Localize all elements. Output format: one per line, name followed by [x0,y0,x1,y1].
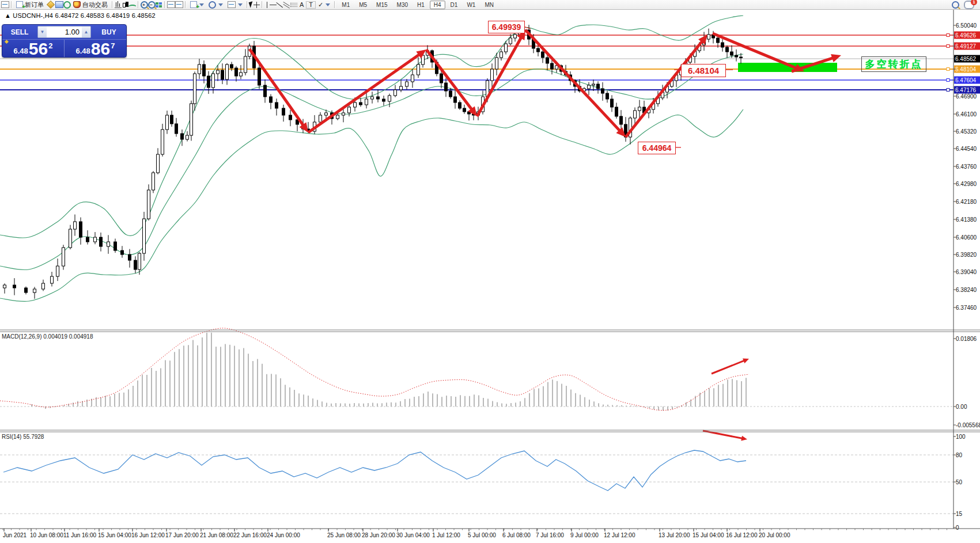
candle-body [319,115,322,122]
sell-price[interactable]: 6.48 56 2 [2,40,65,58]
swing-low-label[interactable]: 6.44964 [638,142,676,154]
turning-point-label[interactable]: 多空转折点 [861,56,926,72]
chat-icon[interactable]: 1 [964,1,974,9]
candle-body [606,93,609,99]
candle-body [181,134,184,139]
candle-body [207,76,210,88]
toolbar-separator [164,1,165,8]
volume-input[interactable] [47,26,82,37]
candle-body [157,154,160,173]
timeframe-m5[interactable]: M5 [355,1,371,9]
candle-body [270,97,273,102]
timeframe-w1[interactable]: W1 [463,1,479,9]
toolbar-right: 1 [952,1,980,9]
auto-trading-button[interactable]: 自动交易 [71,1,110,9]
trendline-icon[interactable] [277,2,283,8]
candle-body [463,108,466,112]
candle-body [203,64,206,76]
tile-windows-icon[interactable] [156,2,162,8]
chart-shift-icon[interactable] [175,1,183,8]
trend-arrow[interactable] [308,53,421,132]
chart-window-icon[interactable] [1,1,9,8]
auto-scroll-icon[interactable] [167,1,175,8]
candle-body [620,116,623,124]
candle-body [80,222,82,237]
templates-button[interactable] [225,1,245,9]
chevron-down-icon [218,3,223,6]
candle-body [212,74,215,88]
toolbar-separator [262,1,263,8]
candlestick-chart-icon[interactable] [122,2,128,8]
trend-arrow[interactable] [477,35,523,116]
line-chart-icon[interactable] [128,2,136,8]
candle-body [166,115,169,130]
one-click-trading-panel: SELL ▼ ▲ BUY 6.48 56 2 6.48 86 7 [2,24,127,58]
sell-button[interactable]: SELL [2,25,37,39]
line-handle[interactable] [947,34,949,37]
sell-price-main: 56 [29,41,48,57]
swing-high-label[interactable]: 6.49939 [488,21,525,33]
trend-arrow[interactable] [712,360,746,374]
candle-body [221,70,224,79]
zoom-in-icon[interactable]: + [141,1,148,9]
trend-arrow[interactable] [626,39,703,137]
bar-chart-icon[interactable] [115,1,122,8]
symbol-info: ▲ USDCNH-,H4 6.48472 6.48583 6.48419 6.4… [5,12,156,19]
profiles-icon[interactable] [55,1,63,8]
candle-body [546,58,549,63]
timeframe-m1[interactable]: M1 [338,1,354,9]
candle-body [143,219,146,253]
timeframe-m30[interactable]: M30 [393,1,412,9]
trend-arrowhead [741,436,747,441]
candle-body [638,107,641,111]
line-handle[interactable] [947,79,949,82]
candle-body [354,102,357,107]
candle-body [336,115,339,119]
styles-icon[interactable] [47,1,55,9]
timeframe-mn[interactable]: MN [480,1,498,9]
line-handle[interactable] [947,45,949,48]
candle-body [721,43,724,47]
candle-body [542,52,544,58]
candle-body [100,237,103,246]
candle-body [33,289,36,293]
buy-price[interactable]: 6.48 86 7 [65,40,126,58]
arrows-tool-button[interactable]: ✓ [316,1,332,9]
indicators-button[interactable]: + [188,1,206,9]
buy-button[interactable]: BUY [92,25,126,39]
candle-body [360,102,362,105]
timeframe-m15[interactable]: M15 [372,1,391,9]
vertical-line-icon[interactable] [264,2,270,8]
candle-body [190,104,193,135]
fibonacci-icon[interactable] [290,2,297,8]
candle-body [551,63,554,69]
line-handle[interactable] [947,89,949,92]
candle-body [383,99,385,101]
volume-decrease-button[interactable]: ▼ [38,26,47,37]
channel-icon[interactable] [283,2,290,8]
search-icon[interactable] [952,1,959,9]
line-handle[interactable] [947,68,949,71]
candle-body [500,52,503,58]
new-order-icon: + [16,1,23,8]
candle-body [717,38,720,43]
volume-increase-button[interactable]: ▲ [82,26,90,37]
trend-arrow[interactable] [249,49,305,127]
text-label-icon[interactable]: T [306,1,316,9]
zoom-out-icon[interactable]: − [148,1,156,9]
chart-canvas[interactable] [0,0,980,543]
text-tool-icon[interactable]: A [297,1,306,9]
support-price-label[interactable]: 6.48104 [681,64,726,77]
rsi-line [3,450,746,491]
timeframe-d1[interactable]: D1 [447,1,462,9]
trend-arrow[interactable] [525,30,622,132]
signals-icon[interactable] [63,1,71,9]
sell-price-sup: 2 [48,41,52,50]
new-order-button[interactable]: + 新订单 [14,1,46,9]
periods-button[interactable] [206,1,225,9]
crosshair-icon[interactable] [253,2,260,8]
toolbar-separator [247,1,248,8]
timeframe-h1[interactable]: H1 [413,1,429,9]
candle-body [406,82,408,86]
timeframe-h4[interactable]: H4 [430,1,445,9]
